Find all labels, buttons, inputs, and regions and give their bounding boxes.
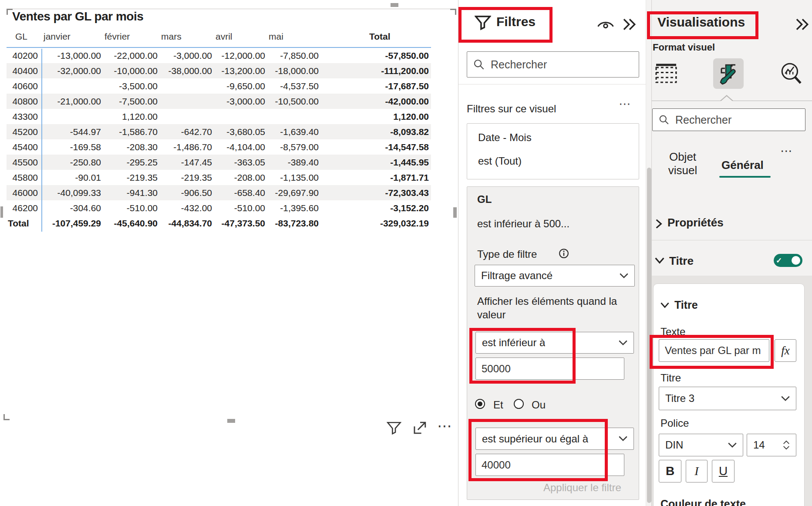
table-row[interactable]: 40400-32,000.00-10,000.00-38,000.00-13,2… xyxy=(7,63,431,78)
column-header[interactable]: février xyxy=(102,31,159,42)
table-cell[interactable]: -111,200.00 xyxy=(320,66,431,76)
visual-resize-handle-right[interactable] xyxy=(453,207,457,218)
filter-icon[interactable] xyxy=(387,421,401,435)
filters-search[interactable] xyxy=(467,51,639,78)
table-cell[interactable]: -363.05 xyxy=(213,157,266,168)
table-row[interactable]: 46000-40,099.33-941.30-906.50-658.40-29,… xyxy=(7,185,431,200)
table-cell[interactable]: -18,000.00 xyxy=(266,66,320,76)
analytics-icon[interactable] xyxy=(778,60,805,86)
table-cell[interactable]: 43300 xyxy=(7,111,41,122)
table-cell[interactable]: -14,547.58 xyxy=(320,142,431,152)
collapse-pane-icon[interactable] xyxy=(795,17,810,31)
chevron-down-icon[interactable] xyxy=(660,302,670,308)
table-cell[interactable]: 45800 xyxy=(7,172,41,183)
table-cell[interactable]: 45400 xyxy=(7,142,41,152)
stepper-arrows-icon[interactable] xyxy=(783,440,790,450)
table-cell[interactable]: -9,650.00 xyxy=(213,81,266,91)
table-cell[interactable]: -3,000.00 xyxy=(159,51,213,61)
format-visual-icon[interactable] xyxy=(713,58,744,89)
table-cell[interactable]: -1,586.70 xyxy=(102,127,159,137)
table-cell[interactable]: -510.00 xyxy=(102,203,159,213)
table-row[interactable]: 45400-169.58-208.30-1,486.70-4,104.00-8,… xyxy=(7,139,431,155)
table-row[interactable]: 433001,120.001,120.00 xyxy=(7,109,431,124)
table-cell[interactable]: -208.00 xyxy=(213,172,266,183)
table-cell[interactable]: -1,135.00 xyxy=(266,172,320,183)
more-options-icon[interactable]: ⋯ xyxy=(437,417,453,435)
font-size-stepper[interactable]: 14 xyxy=(747,434,796,456)
column-header[interactable]: GL xyxy=(7,31,41,42)
chevron-down-icon[interactable] xyxy=(654,257,665,264)
table-cell[interactable]: -1,395.60 xyxy=(266,203,320,213)
underline-button[interactable]: U xyxy=(712,460,735,482)
table-visual[interactable]: GLjanvierfévriermarsavrilmaiTotal 40200-… xyxy=(7,26,431,231)
table-cell[interactable]: -941.30 xyxy=(102,188,159,198)
table-row[interactable]: 45200-544.97-1,586.70-642.70-3,680.05-1,… xyxy=(7,124,431,139)
table-cell[interactable]: -8,093.82 xyxy=(320,127,431,137)
filters-scrollbar[interactable] xyxy=(646,0,652,506)
table-cell[interactable]: 40400 xyxy=(7,66,41,76)
fx-button[interactable]: fx xyxy=(775,339,796,362)
visual-corner-topright[interactable] xyxy=(450,9,456,15)
title-style-dropdown[interactable]: Titre 3 xyxy=(659,387,796,410)
table-cell[interactable]: -219.35 xyxy=(102,172,159,183)
table-cell[interactable]: -8,579.00 xyxy=(266,142,320,152)
table-cell[interactable]: 1,120.00 xyxy=(320,111,431,122)
table-cell[interactable]: -7,500.00 xyxy=(102,96,159,107)
table-cell[interactable]: -17,687.50 xyxy=(320,81,431,91)
table-cell[interactable]: -3,500.00 xyxy=(102,81,159,91)
table-cell[interactable]: -4,537.50 xyxy=(266,81,320,91)
table-cell[interactable]: -12,000.00 xyxy=(213,51,266,61)
visual-corner-topleft[interactable] xyxy=(7,9,13,15)
column-header[interactable]: Total xyxy=(320,31,431,42)
table-cell[interactable]: -10,000.00 xyxy=(102,66,159,76)
column-header[interactable]: mars xyxy=(159,31,213,42)
eye-icon[interactable] xyxy=(597,18,614,31)
table-cell[interactable]: -1,871.71 xyxy=(320,172,431,183)
properties-section[interactable]: Propriétés xyxy=(667,216,724,229)
value1-input-box[interactable] xyxy=(475,358,624,380)
table-cell[interactable]: 40200 xyxy=(7,51,41,61)
table-cell[interactable]: -304.60 xyxy=(41,203,102,213)
table-row[interactable]: 46200-304.60-510.00-432.00-510.00-1,395.… xyxy=(7,200,431,216)
table-cell[interactable]: -3,000.00 xyxy=(213,96,266,107)
table-cell[interactable]: -432.00 xyxy=(159,203,213,213)
table-cell[interactable]: -1,486.70 xyxy=(159,142,213,152)
table-cell[interactable]: -72,303.43 xyxy=(320,188,431,198)
tab-general[interactable]: Général xyxy=(721,159,764,172)
table-cell[interactable]: -250.80 xyxy=(41,157,102,168)
filters-search-input[interactable] xyxy=(491,58,633,71)
and-radio[interactable] xyxy=(475,399,485,409)
visual-resize-handle-bottom[interactable] xyxy=(227,419,235,423)
title-text-input-box[interactable] xyxy=(659,339,769,362)
column-header[interactable]: mai xyxy=(266,31,320,42)
value2-input-box[interactable] xyxy=(475,454,624,476)
table-cell[interactable]: -510.00 xyxy=(213,203,266,213)
table-cell[interactable]: -3,152.20 xyxy=(320,203,431,213)
table-row[interactable]: 40600-3,500.00-9,650.00-4,537.50-17,687.… xyxy=(7,78,431,94)
font-dropdown[interactable]: DIN xyxy=(659,434,743,456)
table-cell[interactable]: 40800 xyxy=(7,96,41,107)
section-more-icon[interactable]: ⋯ xyxy=(619,97,632,111)
italic-button[interactable]: I xyxy=(686,460,708,482)
apply-filter-button[interactable]: Appliquer le filtre xyxy=(543,482,621,494)
table-row[interactable]: 45800-90.01-219.35-219.35-208.00-1,135.0… xyxy=(7,170,431,185)
table-cell[interactable]: -658.40 xyxy=(213,188,266,198)
table-cell[interactable]: -22,000.00 xyxy=(102,51,159,61)
visual-resize-handle-top[interactable] xyxy=(391,3,398,7)
title-section[interactable]: Titre xyxy=(669,254,694,268)
title-toggle[interactable]: ✓ xyxy=(774,254,802,267)
table-cell[interactable]: -389.40 xyxy=(266,157,320,168)
table-row[interactable]: 40200-13,000.00-22,000.00-3,000.00-12,00… xyxy=(7,48,431,63)
visual-resize-handle-left[interactable] xyxy=(0,206,3,218)
info-icon[interactable] xyxy=(559,248,569,259)
build-visual-icon[interactable] xyxy=(653,61,679,86)
table-cell[interactable]: 46200 xyxy=(7,203,41,213)
table-cell[interactable]: -7,850.00 xyxy=(266,51,320,61)
table-cell[interactable]: 46000 xyxy=(7,188,41,198)
table-row[interactable]: 40800-21,000.00-7,500.00-3,000.00-10,500… xyxy=(7,94,431,109)
table-cell[interactable]: -906.50 xyxy=(159,188,213,198)
operator2-dropdown[interactable]: est supérieur ou égal à xyxy=(475,428,634,450)
viz-search[interactable] xyxy=(652,108,805,131)
bold-button[interactable]: B xyxy=(659,460,681,482)
table-cell[interactable]: -4,104.00 xyxy=(213,142,266,152)
